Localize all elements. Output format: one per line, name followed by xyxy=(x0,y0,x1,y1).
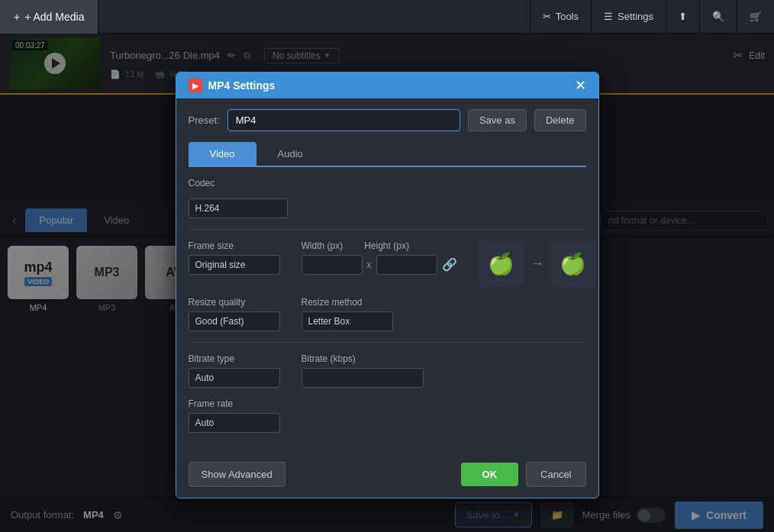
settings-button[interactable]: ☰ Settings xyxy=(591,0,666,34)
search-icon: 🔍 xyxy=(712,11,724,22)
show-advanced-button[interactable]: Show Advanced xyxy=(189,462,285,487)
frame-size-select-row: Original size xyxy=(189,255,280,275)
bitrate-type-group: Bitrate type Auto xyxy=(189,353,280,388)
codec-select[interactable]: H.264 xyxy=(189,198,288,218)
frame-rate-select[interactable]: Auto xyxy=(189,413,280,433)
modal-ok-button[interactable]: OK xyxy=(461,463,519,486)
modal-tab-audio[interactable]: Audio xyxy=(256,142,324,166)
preset-row: Preset: MP4 Save as Delete xyxy=(189,109,586,131)
frame-rate-row: Frame rate Auto xyxy=(189,398,586,433)
resize-method-select[interactable]: Letter Box xyxy=(302,311,393,331)
plus-icon: + xyxy=(14,11,20,23)
frame-rate-group: Frame rate Auto xyxy=(189,398,280,433)
apple-before: 🍏 xyxy=(479,240,524,286)
bitrate-kbps-input[interactable] xyxy=(302,368,424,388)
link-icon: 🔗 xyxy=(442,257,457,275)
mp4-settings-modal: ▶ MP4 Settings ✕ Preset: MP4 Save as Del… xyxy=(176,72,599,498)
top-bar: + + Add Media ✂ Tools ☰ Settings ⬆ 🔍 🛒 xyxy=(0,0,774,34)
resize-quality-group: Resize quality Good (Fast) xyxy=(189,297,280,331)
preset-label: Preset: xyxy=(189,114,220,126)
tools-icon: ✂ xyxy=(543,11,551,22)
frame-rate-label: Frame rate xyxy=(189,398,280,409)
divider-1 xyxy=(189,229,586,230)
width-label: Width (px) xyxy=(302,240,343,251)
modal-backdrop: ▶ MP4 Settings ✕ Preset: MP4 Save as Del… xyxy=(0,34,774,532)
tools-button[interactable]: ✂ Tools xyxy=(530,0,591,34)
modal-header: ▶ MP4 Settings ✕ xyxy=(176,73,598,98)
cart-icon: 🛒 xyxy=(750,11,762,22)
bitrate-kbps-label: Bitrate (kbps) xyxy=(302,353,424,364)
preview-section: 🍏 → 🍏 xyxy=(479,240,596,286)
wh-inputs: x 🔗 xyxy=(302,255,457,275)
cart-button[interactable]: 🛒 xyxy=(737,0,774,34)
share-button[interactable]: ⬆ xyxy=(666,0,699,34)
share-icon: ⬆ xyxy=(679,11,687,22)
x-separator: x xyxy=(367,260,372,275)
bitrate-type-label: Bitrate type xyxy=(189,353,280,364)
width-height-group: Width (px) Height (px) x 🔗 xyxy=(302,240,457,275)
modal-icon: ▶ xyxy=(189,79,202,92)
add-media-button[interactable]: + + Add Media xyxy=(0,0,98,34)
resize-method-group: Resize method Letter Box xyxy=(302,297,393,331)
modal-cancel-button[interactable]: Cancel xyxy=(526,462,585,487)
frame-size-select[interactable]: Original size xyxy=(189,255,280,275)
frame-size-label: Frame size xyxy=(189,240,280,251)
preset-save-button[interactable]: Save as xyxy=(468,109,527,131)
height-label: Height (px) xyxy=(364,240,409,251)
resize-row: Resize quality Good (Fast) Resize method… xyxy=(189,297,586,331)
arrow-icon: → xyxy=(531,256,544,272)
codec-label: Codec xyxy=(189,178,586,189)
divider-2 xyxy=(189,342,586,343)
bitrate-type-select[interactable]: Auto xyxy=(189,368,280,388)
preset-select[interactable]: MP4 xyxy=(227,109,460,131)
modal-title-row: ▶ MP4 Settings xyxy=(189,79,276,92)
codec-select-row: H.264 xyxy=(189,198,586,218)
bitrate-kbps-group: Bitrate (kbps) xyxy=(302,353,424,388)
modal-close-button[interactable]: ✕ xyxy=(575,79,586,92)
frame-size-row: Frame size Original size Width (px) Heig… xyxy=(189,240,586,286)
search-button[interactable]: 🔍 xyxy=(699,0,737,34)
modal-title: MP4 Settings xyxy=(208,79,276,92)
codec-group: Codec H.264 xyxy=(189,178,586,218)
modal-body: Preset: MP4 Save as Delete Video Audio C… xyxy=(176,98,598,454)
modal-footer: Show Advanced OK Cancel xyxy=(176,454,598,498)
resize-quality-label: Resize quality xyxy=(189,297,280,308)
wh-labels: Width (px) Height (px) xyxy=(302,240,457,251)
frame-size-group: Frame size Original size xyxy=(189,240,280,275)
modal-tab-video[interactable]: Video xyxy=(189,142,256,166)
settings-icon: ☰ xyxy=(604,11,613,22)
width-input[interactable] xyxy=(302,255,363,275)
apple-after: 🍏 xyxy=(550,240,596,286)
height-input[interactable] xyxy=(376,255,437,275)
tools-label: Tools xyxy=(556,11,579,22)
resize-quality-select[interactable]: Good (Fast) xyxy=(189,311,280,331)
add-media-label: + Add Media xyxy=(24,11,84,23)
top-bar-right: ✂ Tools ☰ Settings ⬆ 🔍 🛒 xyxy=(530,0,774,34)
settings-label: Settings xyxy=(618,11,653,22)
preset-delete-button[interactable]: Delete xyxy=(534,109,586,131)
bitrate-row: Bitrate type Auto Bitrate (kbps) xyxy=(189,353,586,388)
modal-tabs: Video Audio xyxy=(189,142,586,167)
resize-method-label: Resize method xyxy=(302,297,393,308)
